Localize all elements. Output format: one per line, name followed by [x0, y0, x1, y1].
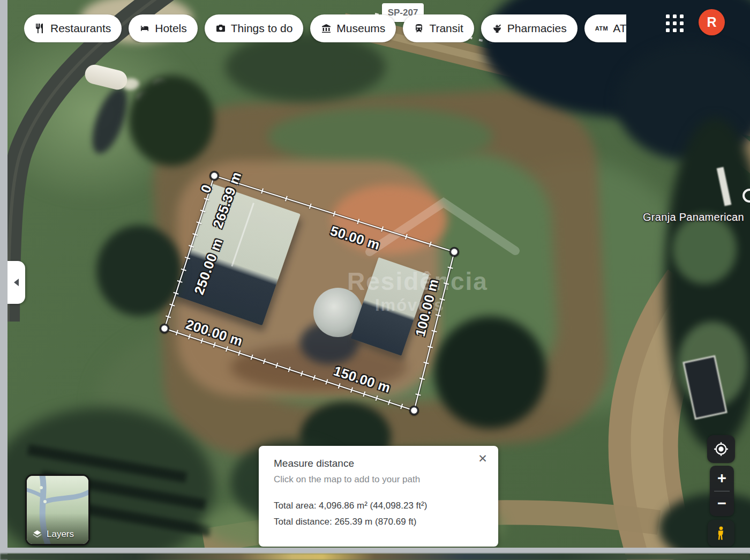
side-panel-collapse-button[interactable]: [8, 261, 25, 304]
crosshair-location-icon: [714, 442, 729, 457]
window-frame-bottom: [0, 548, 750, 554]
google-apps-grid-icon[interactable]: [666, 14, 684, 33]
total-area: Total area: 4,096.86 m² (44,098.23 ft²): [274, 498, 483, 514]
chevron-left-icon: [14, 279, 19, 286]
account-avatar[interactable]: R: [699, 9, 725, 35]
chip-atms[interactable]: ATM ATMs: [584, 14, 626, 42]
pegman-button[interactable]: [708, 520, 734, 547]
card-hint: Click on the map to add to your path: [274, 474, 483, 485]
atm-icon: ATM: [595, 25, 609, 32]
pharmacy-icon: [492, 23, 502, 34]
card-title: Measure distance: [274, 458, 483, 469]
category-chips-bar: Restaurants Hotels Things to do Museums …: [24, 14, 626, 43]
chip-museums[interactable]: Museums: [310, 14, 396, 42]
measure-distance-card: ✕ Measure distance Click on the map to a…: [259, 446, 498, 547]
transit-icon: [414, 23, 424, 34]
hotel-icon: [139, 23, 150, 34]
total-distance: Total distance: 265.39 m (870.69 ft): [274, 514, 483, 530]
pegman-icon: [713, 525, 729, 541]
museum-icon: [321, 23, 332, 34]
chip-pharmacies[interactable]: Pharmacies: [481, 14, 578, 42]
chip-restaurants[interactable]: Restaurants: [24, 14, 122, 42]
layers-label: Layers: [47, 529, 74, 540]
zoom-in-button[interactable]: +: [710, 466, 734, 491]
watermark-text: Residência: [347, 267, 488, 296]
zoom-out-button[interactable]: −: [710, 491, 734, 517]
camera-icon: [215, 23, 226, 34]
window-frame-left: [0, 0, 8, 560]
zoom-control: + −: [710, 466, 734, 516]
place-label-granja-panamericana: Granja Panamerican: [643, 211, 744, 223]
chip-label: Things to do: [231, 22, 293, 35]
my-location-button[interactable]: [707, 435, 735, 463]
chip-label: Transit: [429, 22, 463, 35]
google-maps-satellite-view[interactable]: Residência Imóveis 0 50.00 m 100.00 m 15…: [0, 0, 750, 560]
layers-button[interactable]: Layers: [25, 474, 90, 546]
chip-label: Restaurants: [50, 22, 111, 35]
chip-things-to-do[interactable]: Things to do: [205, 14, 304, 42]
chip-label: Museums: [336, 22, 385, 35]
chip-label: ATMs: [613, 22, 626, 35]
cropped-image-band: [0, 554, 750, 560]
chip-hotels[interactable]: Hotels: [129, 14, 198, 42]
chip-label: Pharmacies: [507, 22, 567, 35]
chip-label: Hotels: [155, 22, 187, 35]
chip-transit[interactable]: Transit: [403, 14, 474, 42]
restaurant-icon: [35, 23, 46, 34]
close-icon[interactable]: ✕: [475, 451, 490, 466]
layers-diamond-icon: [32, 528, 43, 540]
